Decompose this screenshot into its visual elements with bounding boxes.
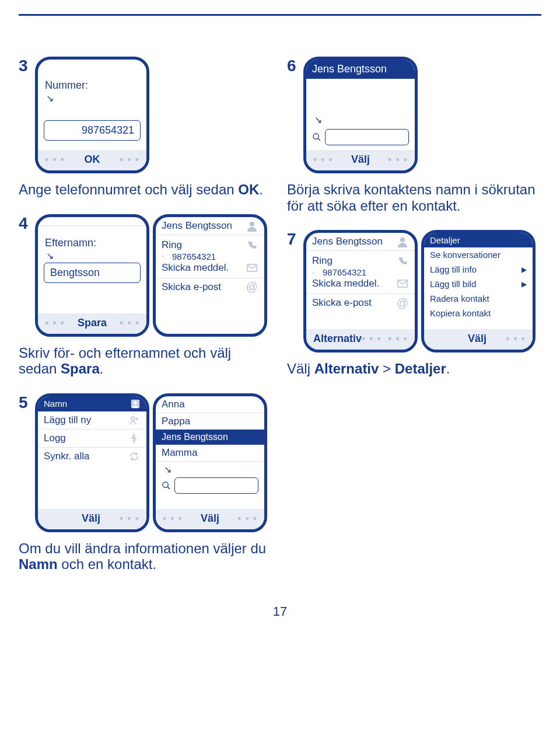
softkey-dots-center[interactable]: • • • (362, 333, 382, 345)
contact-row-selected[interactable]: Jens Bengtsson (156, 430, 264, 445)
phone-frame-contact-card: Jens Bengtsson Ring (303, 230, 418, 352)
label: Namn (44, 399, 67, 409)
menu-item[interactable]: Se konversationer (424, 247, 533, 262)
softkey-dots-left[interactable]: • • • (45, 153, 65, 166)
person-icon (246, 219, 258, 232)
phone-group: Nummer: ↘ 987654321 • • • OK • • • (35, 57, 149, 173)
text: . (100, 361, 104, 376)
menu-item[interactable]: Radera kontakt (424, 291, 533, 306)
softkey-center[interactable]: Välj (333, 153, 388, 166)
step-number: 6 (287, 57, 299, 75)
text-bold: Detaljer (395, 361, 446, 376)
ring-label: Ring (162, 239, 182, 251)
svg-point-6 (313, 134, 318, 139)
step-6: 6 Jens Bengtsson ↘ (287, 57, 541, 173)
softkey-dots-right[interactable]: • • • (120, 512, 139, 525)
ring-block[interactable]: Ring ▫ 987654321 Sk (156, 235, 264, 278)
columns: 3 Nummer: ↘ 987654321 • • • OK (19, 57, 541, 583)
enter-arrow-icon: ↘ (38, 93, 146, 104)
phone-number: 987654321 (172, 252, 216, 261)
softkey-dots-right[interactable]: • • • (506, 333, 526, 345)
step-6-instruction: Börja skriva kontaktens namn i sökrutan … (287, 181, 541, 214)
label: Synkr. alla (44, 451, 89, 462)
softkey-dots-left[interactable]: • • • (313, 153, 333, 166)
phone-number-row: ▫ 987654321 (306, 267, 415, 277)
search-input[interactable] (325, 129, 409, 145)
top-rule (19, 14, 541, 16)
softkey-dots-right[interactable]: • • • (120, 153, 139, 166)
send-message-label: Skicka meddel. (312, 278, 379, 289)
menu-item-add[interactable]: Lägg till ny (38, 411, 146, 430)
softkey-bar: Alternativ • • • • • • (306, 329, 415, 350)
menu-title-detaljer[interactable]: Detaljer (424, 233, 533, 247)
softkey-bar: • • • OK • • • (38, 150, 146, 170)
phone-group: Efternamn: ↘ Bengtsson • • • Spara • • • (35, 214, 267, 337)
softkey-center[interactable]: Spara (65, 317, 120, 329)
softkey-left[interactable]: Alternativ (313, 333, 362, 345)
text-bold: OK (238, 181, 259, 197)
surname-input[interactable]: Bengtsson (44, 263, 141, 283)
softkey-dots-right[interactable]: • • • (382, 333, 408, 345)
page: 3 Nummer: ↘ 987654321 • • • OK (0, 0, 560, 643)
send-email-label: Skicka e-post (162, 281, 221, 293)
contact-name: Jens Bengtsson (162, 220, 232, 232)
softkey-bar: Välj • • • (424, 329, 533, 350)
number-input[interactable]: 987654321 (44, 120, 141, 141)
phone-group: Namn Lägg till ny (35, 393, 267, 532)
text-bold: Namn (19, 556, 58, 572)
phone-frame-namn-menu: Namn Lägg till ny (35, 393, 149, 532)
softkey-center[interactable]: Välj (449, 333, 506, 345)
softkey-center[interactable]: Välj (62, 512, 120, 525)
step-5: 5 Namn Lägg till ny (19, 393, 273, 532)
text: > (379, 361, 394, 376)
softkey-center[interactable]: OK (65, 153, 120, 166)
sim-icon: ▫ (162, 252, 170, 260)
softkey-dots-right[interactable]: • • • (120, 317, 139, 329)
phone-frame-search: Jens Bengtsson ↘ • • • (303, 57, 418, 173)
menu-item[interactable]: Lägg till bild ▶ (424, 277, 533, 291)
softkey-center[interactable]: Välj (183, 512, 237, 525)
softkey-dots-right[interactable]: • • • (237, 512, 257, 525)
search-input[interactable] (174, 477, 258, 494)
enter-arrow-icon: ↘ (306, 114, 415, 127)
menu-item-sync[interactable]: Synkr. alla (38, 448, 146, 465)
sim-icon: ▫ (312, 268, 320, 277)
phone-frame-detaljer-menu: Detaljer Se konversationer Lägg till inf… (421, 230, 536, 352)
softkey-dots-left[interactable]: • • • (163, 512, 183, 525)
send-email-label: Skicka e-post (312, 297, 372, 309)
phone-frame-contact-card: Jens Bengtsson Ring (153, 214, 267, 337)
search-row (162, 477, 258, 494)
phone-number-row: ▫ 987654321 (156, 252, 264, 261)
at-icon: @ (246, 281, 258, 294)
envelope-icon (246, 261, 258, 274)
label: Lägg till ny (44, 414, 91, 426)
menu-item-log[interactable]: Logg (38, 430, 146, 448)
phone-group: Jens Bengtsson ↘ • • • (303, 57, 418, 173)
contact-row[interactable]: Pappa (156, 413, 264, 430)
right-column: 6 Jens Bengtsson ↘ (287, 57, 541, 583)
send-email-row[interactable]: Skicka e-post @ (306, 294, 415, 312)
softkey-dots-left[interactable]: • • • (45, 317, 65, 329)
envelope-icon (396, 277, 409, 290)
search-icon (162, 481, 171, 490)
ring-block[interactable]: Ring ▫ 987654321 Sk (306, 251, 415, 294)
label: Mamma (162, 447, 197, 459)
step-7: 7 Jens Bengtsson (287, 230, 541, 352)
add-person-icon (128, 414, 141, 427)
step-number: 4 (19, 214, 30, 233)
softkey-dots-right[interactable]: • • • (388, 153, 408, 166)
phone-body: Anna Pappa Jens Bengtsson Mamma ↘ (156, 396, 264, 509)
menu-item[interactable]: Lägg till info ▶ (424, 262, 533, 277)
send-message-label: Skicka meddel. (162, 262, 229, 274)
phone-icon (246, 239, 258, 252)
menu-item-namn[interactable]: Namn (38, 396, 146, 411)
send-email-row[interactable]: Skicka e-post @ (156, 278, 264, 296)
contact-row[interactable]: Anna (156, 396, 264, 413)
menu-item[interactable]: Kopiera kontakt (424, 306, 533, 320)
contact-row[interactable]: Mamma (156, 445, 264, 462)
sync-icon (128, 450, 141, 463)
step-number: 7 (287, 230, 299, 249)
contact-name-row[interactable]: Jens Bengtsson (156, 217, 264, 235)
contact-name-row[interactable]: Jens Bengtsson (306, 233, 415, 251)
search-row (312, 129, 409, 145)
